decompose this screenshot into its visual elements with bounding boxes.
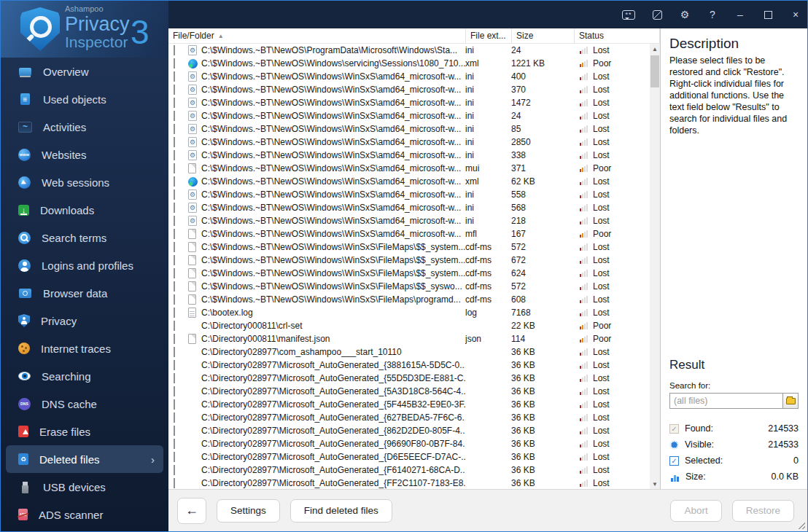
checkbox-unchecked[interactable]	[174, 124, 175, 134]
checkbox-unchecked[interactable]	[174, 242, 175, 252]
table-row[interactable]: C:\$Windows.~BT\NewOS\Windows\WinSxS\amd…	[168, 162, 650, 175]
table-row[interactable]: C:\bootex.loglog7168Lost	[168, 306, 650, 319]
checkbox-unchecked[interactable]	[174, 111, 175, 121]
table-row[interactable]: C:\$Windows.~BT\NewOS\Windows\WinSxS\Fil…	[168, 293, 650, 306]
restore-button[interactable]: Restore	[732, 500, 794, 522]
checkbox-unchecked[interactable]	[174, 58, 175, 69]
checkbox-unchecked[interactable]	[174, 360, 175, 370]
checkbox-unchecked[interactable]	[174, 465, 175, 475]
checkbox-unchecked[interactable]	[174, 71, 175, 82]
checkbox-unchecked[interactable]	[174, 216, 175, 226]
resize-grip[interactable]	[797, 521, 805, 529]
checkbox-unchecked[interactable]	[174, 334, 175, 344]
checkbox-unchecked[interactable]	[174, 85, 175, 95]
table-row[interactable]: ⚙C:\$Windows.~BT\NewOS\Windows\WinSxS\am…	[168, 122, 650, 136]
close-button[interactable]: ×	[790, 9, 801, 20]
table-row[interactable]: ⚙C:\$Windows.~BT\NewOS\ProgramData\Micro…	[168, 44, 650, 57]
sidebar-item-websites[interactable]: wwwWebsites	[1, 141, 168, 168]
minimize-button[interactable]: –	[734, 9, 746, 20]
sidebar-item-browser-data[interactable]: Browser data	[1, 279, 168, 307]
settings-icon[interactable]: ⚙	[679, 9, 691, 20]
table-row[interactable]: C:\Directory028977\Microsoft_AutoGenerat…	[168, 463, 650, 477]
browse-folder-button[interactable]	[782, 394, 798, 408]
checkbox-unchecked[interactable]	[174, 189, 175, 200]
column-header-size[interactable]: Size	[511, 28, 574, 43]
table-row[interactable]: ⚙C:\$Windows.~BT\NewOS\Windows\WinSxS\am…	[168, 188, 650, 201]
checkbox-unchecked[interactable]	[174, 321, 175, 331]
table-row[interactable]: C:\$Windows.~BT\NewOS\Windows\WinSxS\amd…	[168, 227, 650, 240]
checkbox-unchecked[interactable]	[174, 399, 175, 410]
checkbox-unchecked[interactable]	[174, 347, 175, 357]
settings-button[interactable]: Settings	[217, 499, 280, 523]
checkbox-unchecked[interactable]	[174, 426, 175, 436]
checkbox-unchecked[interactable]	[174, 176, 175, 187]
sidebar-item-search-terms[interactable]: Search terms	[1, 224, 168, 251]
checkbox-unchecked[interactable]	[174, 412, 175, 423]
scroll-up-icon[interactable]: ▲	[650, 44, 660, 54]
column-header-file-folder[interactable]: File/Folder▲	[168, 28, 465, 43]
sidebar-item-used-objects[interactable]: Used objects	[1, 85, 168, 113]
scroll-down-icon[interactable]: ▼	[650, 479, 660, 489]
column-header-file-ext[interactable]: File ext...	[465, 28, 511, 43]
vertical-scrollbar[interactable]: ▲ ▼	[650, 44, 660, 489]
table-row[interactable]: C:\Directory028977\Microsoft_AutoGenerat…	[168, 424, 650, 437]
table-row[interactable]: C:\Directory028977\Microsoft_AutoGenerat…	[168, 450, 650, 463]
sidebar-item-usb-devices[interactable]: USB devices	[1, 473, 168, 501]
checkbox-unchecked[interactable]	[174, 150, 175, 160]
table-row[interactable]: C:\$Windows.~BT\NewOS\Windows\WinSxS\amd…	[168, 175, 650, 188]
help-icon[interactable]: ?	[707, 9, 718, 20]
back-button[interactable]: ←	[177, 498, 206, 524]
table-row[interactable]: ⚙C:\$Windows.~BT\NewOS\Windows\WinSxS\am…	[168, 149, 650, 162]
column-header-status[interactable]: Status	[574, 28, 660, 43]
scroll-thumb[interactable]	[650, 55, 659, 87]
sidebar-item-logins-and-profiles[interactable]: Logins and profiles	[1, 251, 168, 279]
sidebar-item-downloads[interactable]: ↓Downloads	[1, 196, 168, 224]
sidebar-item-ads-scanner[interactable]: ADSADS scanner	[1, 501, 168, 528]
table-row[interactable]: C:\Directory028977\com_ashampoo___start_…	[168, 345, 650, 359]
search-input[interactable]	[670, 394, 782, 408]
table-row[interactable]: C:\Directory028977\Microsoft_AutoGenerat…	[168, 411, 650, 424]
table-row[interactable]: ⚙C:\$Windows.~BT\NewOS\Windows\WinSxS\am…	[168, 96, 650, 109]
table-row[interactable]: C:\$Windows.~BT\NewOS\Windows\WinSxS\Fil…	[168, 280, 650, 293]
checkbox-unchecked[interactable]	[174, 45, 175, 55]
checkbox-unchecked[interactable]	[174, 281, 175, 292]
table-row[interactable]: ⚙C:\$Windows.~BT\NewOS\Windows\WinSxS\am…	[168, 214, 650, 227]
checkbox-unchecked[interactable]	[174, 308, 175, 318]
table-row[interactable]: C:\Directory028977\Microsoft_AutoGenerat…	[168, 359, 650, 372]
table-row[interactable]: C:\Directory028977\Microsoft_AutoGenerat…	[168, 385, 650, 398]
table-row[interactable]: C:\Directory000811\crl-set22 KBPoor	[168, 319, 650, 332]
table-row[interactable]: ⚙C:\$Windows.~BT\NewOS\Windows\WinSxS\am…	[168, 70, 650, 83]
table-row[interactable]: C:\$Windows.~BT\NewOS\Windows\WinSxS\Fil…	[168, 240, 650, 254]
table-row[interactable]: ⚙C:\$Windows.~BT\NewOS\Windows\WinSxS\am…	[168, 136, 650, 149]
checkbox-unchecked[interactable]	[174, 452, 175, 462]
table-row[interactable]: ⚙C:\$Windows.~BT\NewOS\Windows\WinSxS\am…	[168, 109, 650, 122]
sidebar-item-erase-files[interactable]: Erase files	[1, 418, 168, 445]
table-row[interactable]: C:\Directory028977\Microsoft_AutoGenerat…	[168, 372, 650, 385]
table-row[interactable]: C:\$Windows.~BT\NewOS\Windows\WinSxS\Fil…	[168, 267, 650, 280]
sidebar-item-internet-traces[interactable]: Internet traces	[1, 335, 168, 362]
table-row[interactable]: ⚙C:\$Windows.~BT\NewOS\Windows\WinSxS\am…	[168, 201, 650, 214]
table-row[interactable]: C:\Directory028977\Microsoft_AutoGenerat…	[168, 477, 650, 489]
checkbox-unchecked[interactable]	[174, 268, 175, 278]
table-row[interactable]: ⚙C:\$Windows.~BT\NewOS\Windows\WinSxS\am…	[168, 83, 650, 96]
sidebar-item-overview[interactable]: Overview	[1, 58, 168, 85]
table-row[interactable]: C:\Directory028977\Microsoft_AutoGenerat…	[168, 437, 650, 450]
sidebar-item-web-sessions[interactable]: Web sessions	[1, 168, 168, 196]
checkbox-unchecked[interactable]	[174, 255, 175, 265]
checkbox-unchecked[interactable]	[174, 439, 175, 449]
table-row[interactable]: C:\$Windows.~BT\NewOS\Windows\WinSxS\Fil…	[168, 254, 650, 267]
sidebar-item-deleted-files[interactable]: ♻Deleted files›	[6, 445, 163, 473]
feedback-icon[interactable]: **	[622, 10, 635, 20]
table-row[interactable]: C:\Directory028977\Microsoft_AutoGenerat…	[168, 398, 650, 411]
checkbox-unchecked[interactable]	[174, 373, 175, 383]
table-row[interactable]: C:\$Windows.~BT\NewOS\Windows\servicing\…	[168, 57, 650, 70]
checkbox-unchecked[interactable]	[174, 229, 175, 239]
sidebar-item-dns-cache[interactable]: DNSDNS cache	[1, 390, 168, 418]
sidebar-item-privacy[interactable]: Privacy	[1, 307, 168, 335]
find-deleted-files-button[interactable]: Find deleted files	[290, 499, 392, 523]
checkbox-unchecked[interactable]	[174, 386, 175, 396]
sidebar-item-searching[interactable]: Searching	[1, 362, 168, 390]
table-row[interactable]: C:\Directory000811\manifest.jsonjson114P…	[168, 332, 650, 345]
abort-button[interactable]: Abort	[670, 500, 721, 522]
sidebar-item-activities[interactable]: Activities	[1, 113, 168, 141]
